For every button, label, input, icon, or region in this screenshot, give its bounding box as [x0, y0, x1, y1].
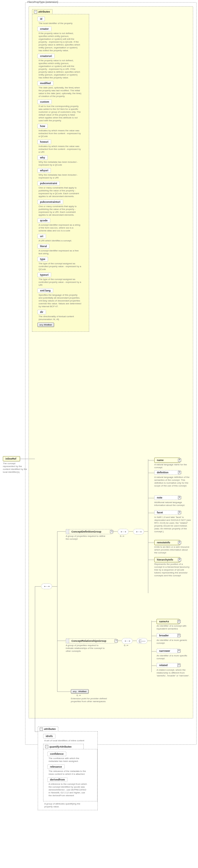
collapse-icon[interactable]: −: [40, 727, 43, 731]
attributes-header-label: attributes: [44, 727, 56, 731]
expand-icon[interactable]: +: [178, 541, 181, 544]
connector: [148, 542, 154, 543]
attribute-name[interactable]: relevance: [47, 765, 65, 769]
child-element-narrower[interactable]: narrower+: [157, 649, 179, 653]
attribute-name[interactable]: idrefs: [43, 734, 56, 739]
child-element-remoteinfo[interactable]: remoteInfo+: [154, 540, 180, 545]
element-desc: A related concept, where the relationshi…: [157, 669, 193, 677]
expand-icon[interactable]: +: [178, 511, 181, 514]
expand-icon[interactable]: +: [178, 471, 181, 474]
group-concept-relationships[interactable]: ConceptRelationshipsGroup +: [66, 638, 117, 644]
attribute-name[interactable]: modified: [37, 81, 54, 86]
attribute-name[interactable]: xml:lang: [37, 288, 53, 293]
child-element-sameas[interactable]: sameAs+: [157, 619, 179, 624]
connector: [133, 641, 137, 641]
attribute-desc: One or many constraints that apply to pu…: [39, 205, 81, 217]
element-label: hierarchyInfo: [157, 558, 173, 561]
attribute-item: creatoruriIf the property value is not d…: [37, 54, 86, 79]
attribute-item: whyWhy the metadata has been included - …: [37, 155, 86, 166]
sequence-compositor: [122, 638, 133, 644]
any-desc: Extension point for provider-defined pro…: [71, 697, 111, 703]
occurrence: 0..∞: [76, 694, 81, 697]
attributes-header-lower[interactable]: − attributes: [38, 726, 58, 732]
attribute-name[interactable]: type: [37, 257, 48, 261]
attribute-name[interactable]: pubconstraint: [37, 181, 60, 186]
attribute-item: dirThe directionality of textual content…: [37, 310, 86, 321]
occurrence: 0..∞: [120, 535, 124, 537]
expand-icon[interactable]: +: [177, 620, 180, 623]
attribute-name[interactable]: literal: [37, 244, 50, 249]
attribute-name[interactable]: dir: [37, 310, 46, 314]
element-label: remoteInfo: [157, 541, 170, 544]
attribute-item: typeuriThe type of the concept assigned …: [37, 273, 86, 286]
child-element-broader[interactable]: broader+: [157, 633, 179, 638]
expand-icon[interactable]: +: [177, 634, 180, 637]
expand-icon[interactable]: +: [177, 664, 180, 667]
connector: [148, 473, 154, 473]
root-element-inlineref[interactable]: inlineRef: [3, 456, 20, 461]
element-desc: An identifier of a concept with equivale…: [157, 625, 193, 630]
expand-icon[interactable]: +: [177, 650, 180, 653]
attribute-name[interactable]: creatoruri: [37, 54, 55, 58]
connector: [148, 513, 154, 513]
attribute-name[interactable]: typeuri: [37, 273, 51, 277]
attr-group-desc: A group of attributes quantifying the pr…: [44, 803, 87, 808]
attribute-item: howuriIndicates by which means the value…: [37, 140, 86, 154]
expand-icon[interactable]: +: [110, 530, 113, 533]
expand-icon[interactable]: +: [114, 640, 118, 643]
attribute-name[interactable]: howuri: [37, 140, 51, 144]
connector: [117, 641, 122, 641]
expand-icon[interactable]: +: [178, 496, 181, 499]
expand-icon[interactable]: +: [178, 459, 181, 462]
connector: [152, 636, 157, 636]
connector: [148, 560, 154, 560]
attribute-desc: A URI which identifies a concept.: [39, 239, 81, 242]
element-desc: A natural language definition of the sem…: [154, 476, 191, 487]
attribute-name[interactable]: creator: [37, 27, 52, 31]
any-namespace: ##other: [44, 323, 52, 326]
attribute-item: confidenceThe confidence with which the …: [47, 752, 95, 763]
child-element-facet[interactable]: facet+: [154, 510, 180, 515]
connector: [35, 586, 41, 587]
attribute-name[interactable]: how: [37, 124, 48, 128]
group-desc: A group of properties required to indica…: [66, 644, 106, 653]
child-element-note[interactable]: note+: [154, 495, 180, 500]
attribute-item: pubconstrainturiOne or many constraints …: [37, 199, 86, 217]
element-label: narrower: [159, 650, 170, 652]
group-label: ConceptRelationshipsGroup: [69, 640, 108, 642]
any-namespace: ##other: [78, 690, 87, 693]
any-label: any: [73, 690, 76, 693]
child-element-name[interactable]: name+: [154, 458, 180, 463]
attribute-name[interactable]: custom: [37, 99, 52, 104]
child-element-related[interactable]: related+: [157, 663, 179, 668]
element-desc: Additional natural language information …: [154, 501, 191, 507]
attribute-name[interactable]: whyuri: [37, 168, 51, 173]
attribute-desc: The type of the concept assigned as cont…: [39, 278, 81, 286]
connector: [152, 665, 157, 666]
element-label: note: [157, 496, 162, 499]
collapse-icon[interactable]: −: [34, 10, 37, 13]
attr-group-header[interactable]: − quantifyAttributes: [43, 744, 84, 749]
attribute-name[interactable]: qcode: [37, 218, 50, 223]
attribute-name[interactable]: uri: [37, 234, 46, 239]
attribute-item: xml:langSpecifies the language of this p…: [37, 288, 86, 308]
attribute-name[interactable]: id: [37, 17, 45, 21]
attributes-header[interactable]: − attributes: [32, 9, 53, 14]
element-label: related: [159, 664, 168, 666]
attribute-name[interactable]: confidence: [47, 752, 66, 756]
expand-icon[interactable]: +: [178, 558, 181, 561]
attribute-desc: The type of the concept assigned as cont…: [39, 262, 81, 271]
connector: [152, 621, 157, 622]
collapse-icon[interactable]: −: [45, 745, 48, 748]
attribute-desc: A concept identifier expressed as a free…: [39, 249, 81, 255]
occurrence: 0..∞: [124, 644, 128, 647]
attribute-name[interactable]: why: [37, 155, 48, 160]
attribute-name[interactable]: derivedfrom: [47, 777, 67, 782]
element-desc: In NAR 1.8 and later 'facet' is deprecat…: [154, 516, 191, 533]
attribute-name[interactable]: pubconstrainturi: [37, 199, 63, 204]
group-concept-definition[interactable]: ConceptDefinitionGroup +: [66, 529, 112, 534]
child-element-hierarchyinfo[interactable]: hierarchyInfo+: [154, 557, 180, 562]
attribute-item: literalA concept identifier expressed as…: [37, 244, 86, 255]
child-element-definition[interactable]: definition+: [154, 470, 180, 475]
group-label: ConceptDefinitionGroup: [69, 530, 104, 533]
